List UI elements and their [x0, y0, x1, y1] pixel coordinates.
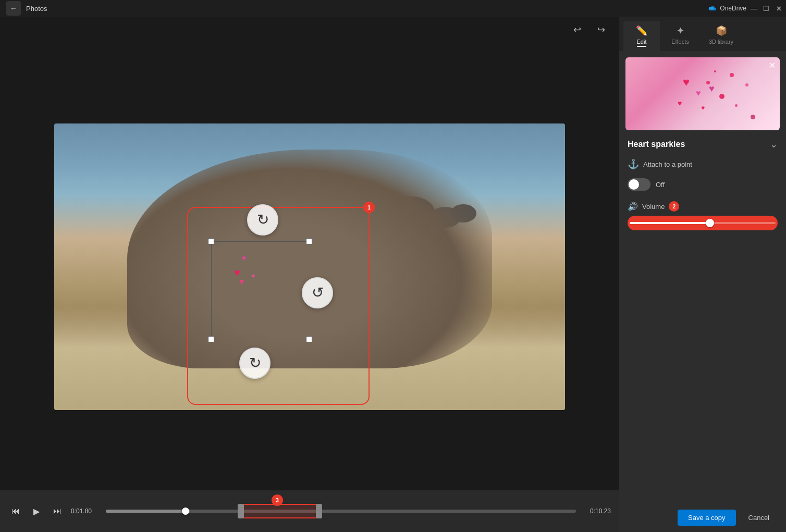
app-title: Photos	[26, 5, 47, 13]
timeline-area: ⏮ ▶ ⏭ 0:01.80 3 0:10.23	[0, 490, 619, 532]
play-button[interactable]: ▶	[29, 504, 44, 518]
edit-tab-icon: ✏️	[636, 25, 647, 36]
volume-row: 🔊 Volume 2	[628, 201, 778, 230]
heart-1: ♥	[242, 254, 246, 262]
effect-preview: ♥ ♥ ♥ ♥ ♥ ✕	[625, 57, 780, 130]
attach-label: Attach to a point	[643, 160, 692, 168]
volume-slider[interactable]	[628, 216, 778, 230]
timeline-fill	[106, 510, 190, 513]
toggle-knob	[629, 179, 639, 190]
volume-label-row: 🔊 Volume 2	[628, 201, 778, 212]
attach-row[interactable]: ⚓ Attach to a point	[628, 158, 778, 170]
clip-number: 3	[272, 494, 283, 506]
maximize-button[interactable]: ☐	[761, 3, 771, 14]
sparkle-7	[714, 70, 716, 72]
tab-3dlibrary[interactable]: 📦 3D library	[701, 21, 742, 51]
minimize-button[interactable]: —	[748, 3, 759, 14]
titlebar: ← Photos OneDrive — ☐ ✕	[0, 0, 786, 17]
clip-range-right-handle[interactable]	[316, 504, 322, 518]
heart-4: ♥	[251, 272, 255, 280]
rotate-icon-bottom: ↻	[249, 354, 261, 372]
toggle-label: Off	[656, 181, 665, 189]
cancel-button[interactable]: Cancel	[740, 510, 778, 526]
tab-edit[interactable]: ✏️ Edit	[623, 21, 660, 51]
effects-tab-icon: ✦	[677, 25, 684, 36]
volume-slider-track	[630, 222, 776, 224]
main-layout: ↩ ↪ ♥ ♥ ♥ ♥	[0, 17, 786, 532]
skip-back-button[interactable]: ⏮	[8, 504, 23, 518]
onedrive-logo: OneDrive	[707, 5, 746, 12]
current-time: 0:01.80	[71, 508, 100, 515]
video-canvas: ♥ ♥ ♥ ♥ 1	[0, 43, 619, 490]
undo-button[interactable]: ↩	[569, 22, 585, 38]
save-copy-button[interactable]: Save a copy	[678, 510, 736, 526]
anchor-icon: ⚓	[628, 158, 639, 170]
timeline-container[interactable]: 3	[106, 501, 576, 522]
effect-collapse-button[interactable]: ⌄	[770, 139, 778, 150]
clip-range-left-handle[interactable]	[238, 504, 244, 518]
panel-tabs: ✏️ Edit ✦ Effects 📦 3D library	[619, 17, 786, 51]
end-time: 0:10.23	[582, 508, 611, 515]
rotate-handle-middle[interactable]: ↺	[302, 277, 333, 308]
rotate-handle-bottom[interactable]: ↻	[239, 348, 271, 379]
toggle-switch[interactable]	[628, 178, 650, 191]
sparkle-2	[745, 83, 748, 86]
timeline-track: 3	[106, 510, 576, 513]
sparkle-4	[735, 104, 738, 107]
volume-badge: 2	[669, 201, 679, 212]
back-button[interactable]: ←	[6, 1, 21, 16]
3dlibrary-tab-label: 3D library	[709, 39, 733, 45]
video-frame[interactable]: ♥ ♥ ♥ ♥ 1	[54, 123, 565, 410]
edit-tab-label: Edit	[637, 39, 647, 47]
step-button[interactable]: ⏭	[50, 504, 65, 518]
onedrive-label: OneDrive	[720, 5, 746, 12]
clip-range[interactable]: 3	[238, 504, 322, 518]
volume-label: Volume	[642, 203, 665, 211]
volume-slider-thumb[interactable]	[706, 219, 714, 227]
3dlibrary-tab-icon: 📦	[716, 25, 727, 36]
rotate-icon-middle: ↺	[312, 284, 324, 301]
redo-button[interactable]: ↪	[593, 22, 609, 38]
effect-title-row: Heart sparkles ⌄	[628, 139, 778, 150]
toggle-row: Off	[628, 178, 778, 191]
right-panel: ✏️ Edit ✦ Effects 📦 3D library ♥	[619, 17, 786, 532]
heart-3: ♥	[239, 277, 244, 287]
effect-panel-content: Heart sparkles ⌄ ⚓ Attach to a point Off…	[619, 137, 786, 503]
tab-effects[interactable]: ✦ Effects	[662, 21, 698, 51]
seal-body	[127, 150, 492, 368]
video-area: ↩ ↪ ♥ ♥ ♥ ♥	[0, 17, 619, 532]
rotate-handle-top[interactable]: ↻	[247, 204, 278, 236]
timeline-thumb[interactable]	[182, 508, 189, 515]
sparkle-6	[751, 115, 755, 119]
effects-tab-label: Effects	[671, 39, 689, 45]
sparkle-1	[730, 73, 734, 77]
rotate-icon-top: ↻	[257, 211, 269, 228]
back-icon: ←	[10, 4, 17, 13]
panel-bottom: Save a copy Cancel	[619, 503, 786, 532]
effect-title: Heart sparkles	[628, 140, 685, 149]
volume-icon: 🔊	[628, 202, 638, 212]
sparkle-3	[719, 94, 724, 99]
preview-close-button[interactable]: ✕	[769, 60, 776, 70]
volume-slider-fill	[630, 222, 710, 224]
close-button[interactable]: ✕	[773, 3, 784, 14]
edit-toolbar: ↩ ↪	[0, 17, 619, 43]
